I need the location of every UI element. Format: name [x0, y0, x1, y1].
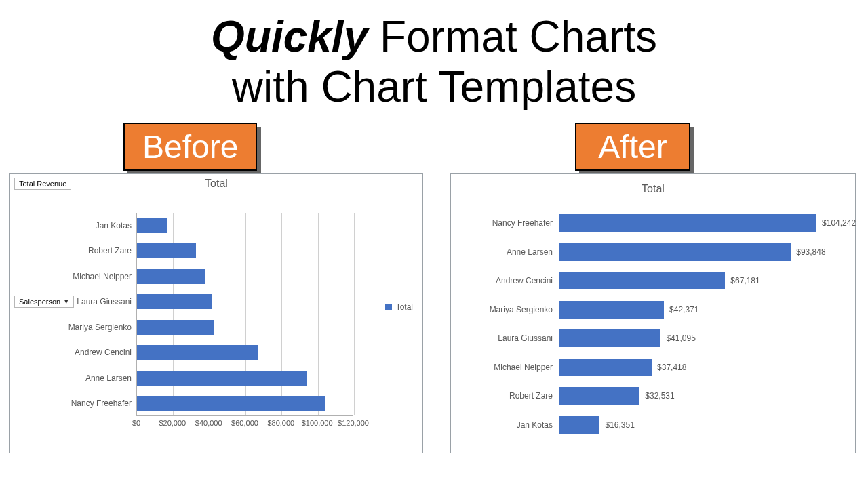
legend-swatch-icon	[385, 304, 392, 310]
bar	[559, 301, 664, 319]
bar-row: Nancy Freehafer$104,242	[559, 214, 856, 232]
bar-row: Anne Larsen$93,848	[559, 243, 826, 261]
category-label: Nancy Freehafer	[71, 399, 132, 408]
bar-row: Mariya Sergienko$42,371	[559, 301, 698, 319]
data-label: $37,418	[657, 363, 686, 372]
headline-rest1: Format Charts	[368, 12, 657, 61]
data-label: $16,351	[605, 420, 634, 430]
bar	[137, 371, 307, 386]
bar-row: Mariya Sergienko	[137, 320, 214, 335]
category-label: Andrew Cencini	[496, 276, 553, 285]
data-label: $32,531	[645, 391, 674, 401]
bar	[137, 218, 167, 233]
bar-row: Michael Neipper	[137, 269, 205, 284]
category-label: Robert Zare	[88, 246, 132, 256]
headline-line2: with Chart Templates	[0, 62, 868, 113]
bar	[137, 243, 196, 258]
x-tick-label: $80,000	[267, 419, 294, 427]
bar-row: Jan Kotas	[137, 218, 167, 233]
bar	[137, 320, 214, 335]
headline-emph: Quickly	[211, 12, 368, 61]
x-tick-label: $40,000	[195, 419, 222, 427]
bar	[559, 272, 725, 289]
after-chart-card: Total Nancy Freehafer$104,242Anne Larsen…	[450, 173, 856, 453]
pivot-field-revenue[interactable]: Total Revenue	[14, 178, 71, 190]
bar	[559, 214, 816, 232]
badges-row: Before After	[0, 123, 868, 176]
data-label: $67,181	[730, 276, 760, 285]
category-label: Mariya Sergienko	[490, 305, 553, 314]
bar-row: Robert Zare	[137, 243, 196, 258]
bar-row: Laura Giussani	[137, 294, 212, 309]
category-label: Michael Neipper	[73, 272, 132, 281]
category-label: Anne Larsen	[85, 373, 132, 383]
before-legend: Total	[385, 302, 413, 312]
before-plot-area: Jan KotasRobert ZareMichael NeipperLaura…	[136, 213, 353, 416]
before-chart-card: Total Revenue Salesperson ▼ Total Jan Ko…	[9, 173, 423, 453]
x-tick-label: $120,000	[338, 419, 369, 427]
bar	[559, 387, 639, 405]
bar-row: Nancy Freehafer	[137, 396, 326, 411]
x-tick-label: $0	[132, 419, 140, 427]
category-label: Anne Larsen	[507, 247, 553, 257]
category-label: Nancy Freehafer	[492, 218, 553, 228]
category-label: Andrew Cencini	[75, 348, 132, 357]
data-label: $93,848	[796, 247, 825, 257]
category-label: Mariya Sergienko	[68, 323, 132, 332]
bar	[559, 243, 791, 261]
category-label: Michael Neipper	[494, 363, 553, 372]
bar-row: Robert Zare$32,531	[559, 387, 675, 405]
legend-label: Total	[396, 302, 413, 312]
bar	[559, 359, 652, 376]
bar	[137, 345, 258, 360]
bar-row: Andrew Cencini	[137, 345, 258, 360]
category-label: Jan Kotas	[517, 420, 553, 430]
before-badge: Before	[123, 123, 257, 171]
bar	[137, 294, 212, 309]
bar	[559, 329, 660, 347]
x-tick-label: $20,000	[159, 419, 186, 427]
x-tick-label: $60,000	[231, 419, 258, 427]
bar	[137, 396, 326, 411]
after-chart-title: Total	[451, 183, 855, 195]
data-label: $104,242	[822, 218, 856, 228]
charts-row: Total Revenue Salesperson ▼ Total Jan Ko…	[0, 173, 868, 453]
pivot-salesperson-label: Salesperson	[19, 298, 60, 306]
data-label: $41,095	[666, 333, 695, 343]
category-label: Laura Giussani	[77, 297, 132, 306]
after-plot-area: Nancy Freehafer$104,242Anne Larsen$93,84…	[559, 209, 831, 439]
before-chart-title: Total	[10, 178, 422, 190]
bar-row: Andrew Cencini$67,181	[559, 272, 760, 289]
page-title: Quickly Format Charts with Chart Templat…	[0, 0, 868, 112]
bar	[137, 269, 205, 284]
bar	[559, 416, 599, 434]
dropdown-icon: ▼	[63, 298, 69, 305]
bar-row: Laura Giussani$41,095	[559, 329, 696, 347]
pivot-field-salesperson[interactable]: Salesperson ▼	[14, 296, 74, 308]
category-label: Robert Zare	[509, 391, 553, 401]
data-label: $42,371	[669, 305, 698, 314]
bar-row: Anne Larsen	[137, 371, 307, 386]
before-x-axis: $0$20,000$40,000$60,000$80,000$100,000$1…	[136, 419, 353, 430]
after-badge: After	[575, 123, 690, 171]
category-label: Laura Giussani	[498, 333, 553, 343]
bar-row: Michael Neipper$37,418	[559, 359, 686, 376]
category-label: Jan Kotas	[96, 221, 132, 230]
bar-row: Jan Kotas$16,351	[559, 416, 635, 434]
x-tick-label: $100,000	[302, 419, 333, 427]
